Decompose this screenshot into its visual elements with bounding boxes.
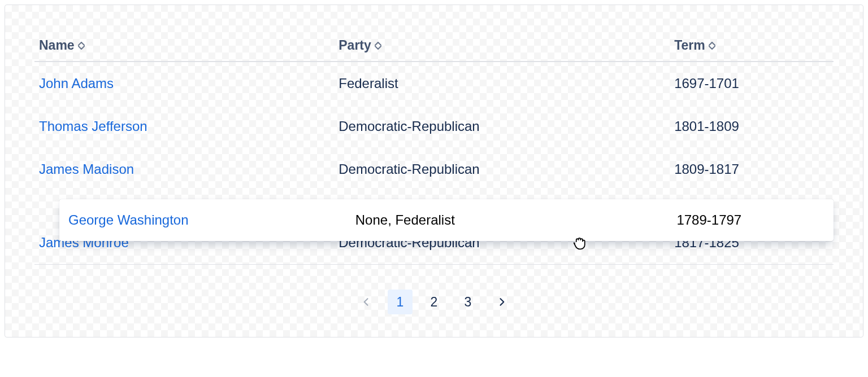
pagination-page-3[interactable]: 3	[455, 290, 480, 314]
column-header-term[interactable]: Term	[670, 32, 834, 62]
table-row[interactable]: Thomas Jefferson Democratic-Republican 1…	[34, 105, 834, 148]
sort-icon	[709, 42, 715, 50]
term-cell: 1801-1809	[670, 105, 834, 148]
column-header-term-label: Term	[674, 38, 705, 53]
party-cell: Federalist	[334, 62, 670, 105]
party-cell: Democratic-Republican	[334, 105, 670, 148]
column-header-name-label: Name	[39, 38, 75, 53]
name-link[interactable]: George Washington	[68, 212, 189, 227]
name-link[interactable]: Thomas Jefferson	[39, 119, 147, 134]
party-cell: None, Federalist	[351, 212, 672, 228]
table-header-row: Name Party	[34, 32, 834, 62]
party-cell: Democratic-Republican	[334, 148, 670, 191]
column-header-party[interactable]: Party	[334, 32, 670, 62]
sort-icon	[375, 42, 381, 50]
column-header-party-label: Party	[338, 38, 371, 53]
chevron-left-icon	[361, 296, 372, 308]
pagination-prev	[354, 290, 379, 314]
term-cell: 1697-1701	[670, 62, 834, 105]
name-link[interactable]: John Adams	[39, 76, 114, 91]
pagination: 1 2 3	[34, 290, 834, 314]
term-cell: 1789-1797	[672, 212, 829, 228]
column-header-name[interactable]: Name	[34, 32, 334, 62]
chevron-right-icon	[496, 296, 507, 308]
sort-icon	[78, 42, 85, 50]
pagination-next[interactable]	[489, 290, 514, 314]
pagination-page-1[interactable]: 1	[388, 290, 413, 314]
table-row[interactable]: James Madison Democratic-Republican 1809…	[34, 148, 834, 191]
term-cell: 1809-1817	[670, 148, 834, 191]
table-panel: Name Party	[5, 5, 863, 337]
name-link[interactable]: James Madison	[39, 161, 134, 177]
pagination-page-2[interactable]: 2	[422, 290, 446, 314]
table-row[interactable]: John Adams Federalist 1697-1701	[34, 62, 834, 105]
dragging-row[interactable]: George Washington None, Federalist 1789-…	[59, 199, 834, 241]
